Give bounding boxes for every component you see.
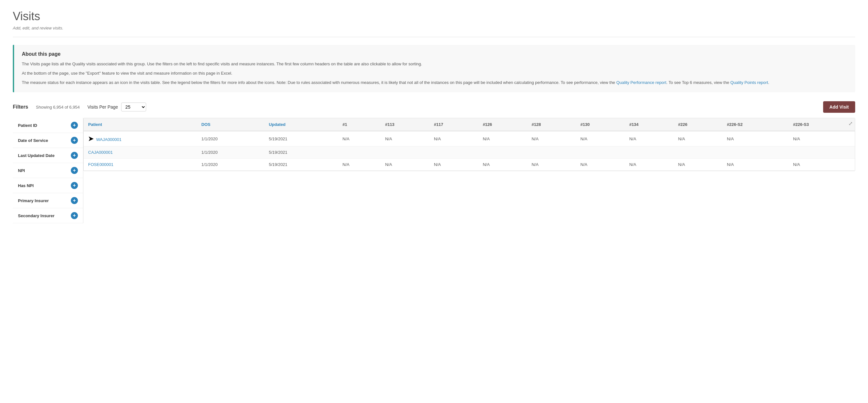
cell-m113: N/A: [380, 159, 429, 171]
table-wrapper: Patient DOS Updated #1 #113 #117 #126 #1…: [83, 118, 855, 171]
page-title: Visits: [13, 10, 855, 23]
cell-m117: [430, 146, 478, 159]
header-divider: [13, 37, 855, 37]
table-header-row: Patient DOS Updated #1 #113 #117 #126 #1…: [84, 118, 855, 131]
toolbar: Filters Showing 6,954 of 6,954 Visits Pe…: [13, 101, 855, 113]
row-arrow-indicator: ➤: [88, 135, 94, 142]
table-row: CAJA0000011/1/20205/19/2021: [84, 146, 855, 159]
cell-dos: 1/1/2020: [197, 131, 264, 146]
patient-link[interactable]: WAJA000001: [96, 137, 122, 142]
cell-m130: [576, 146, 625, 159]
filter-last-updated-date-label: Last Updated Date: [18, 153, 55, 158]
filter-primary-insurer[interactable]: Primary Insurer +: [13, 193, 83, 208]
cell-m226s2: N/A: [722, 159, 789, 171]
cell-m128: [527, 146, 576, 159]
cell-m226: [674, 146, 722, 159]
filters-panel: Patient ID + Date of Service + Last Upda…: [13, 118, 83, 223]
info-box-para-3: The measure status for each instance app…: [22, 79, 847, 86]
cell-m126: [478, 146, 527, 159]
cell-patient: ➤WAJA000001: [84, 131, 197, 146]
filter-patient-id-plus[interactable]: +: [71, 122, 78, 129]
filter-secondary-insurer-plus[interactable]: +: [71, 212, 78, 219]
cell-m113: [380, 146, 429, 159]
filter-primary-insurer-plus[interactable]: +: [71, 197, 78, 204]
table-body: ➤WAJA0000011/1/20205/19/2021N/AN/AN/AN/A…: [84, 131, 855, 171]
visits-table: Patient DOS Updated #1 #113 #117 #126 #1…: [84, 118, 855, 171]
filter-npi-plus[interactable]: +: [71, 167, 78, 174]
cell-m1: [338, 146, 381, 159]
cell-m1: N/A: [338, 131, 381, 146]
col-header-m128: #128: [527, 118, 576, 131]
filter-npi[interactable]: NPI +: [13, 163, 83, 178]
toolbar-left: Filters Showing 6,954 of 6,954 Visits Pe…: [13, 102, 146, 111]
col-header-m226s2: #226-S2: [722, 118, 789, 131]
quality-performance-link[interactable]: Quality Performance report: [616, 80, 666, 85]
cell-m134: N/A: [625, 159, 674, 171]
filter-date-of-service[interactable]: Date of Service +: [13, 133, 83, 148]
cell-m130: N/A: [576, 131, 625, 146]
cell-dos: 1/1/2020: [197, 159, 264, 171]
add-visit-button[interactable]: Add Visit: [823, 101, 855, 113]
cell-m117: N/A: [430, 159, 478, 171]
col-header-m1: #1: [338, 118, 381, 131]
quality-points-link[interactable]: Quality Points report: [730, 80, 768, 85]
cell-m226: N/A: [674, 131, 722, 146]
col-header-m130: #130: [576, 118, 625, 131]
info-box-heading: About this page: [22, 51, 847, 57]
patient-link[interactable]: CAJA000001: [88, 150, 113, 155]
filter-date-of-service-plus[interactable]: +: [71, 137, 78, 144]
filter-primary-insurer-label: Primary Insurer: [18, 198, 49, 203]
col-header-dos[interactable]: DOS: [197, 118, 264, 131]
col-header-updated[interactable]: Updated: [265, 118, 338, 131]
cell-patient: CAJA000001: [84, 146, 197, 159]
table-row: FOSE0000011/1/20205/19/2021N/AN/AN/AN/AN…: [84, 159, 855, 171]
cell-m226s2: N/A: [722, 131, 789, 146]
cell-m1: N/A: [338, 159, 381, 171]
per-page-select[interactable]: 10 25 50 100: [121, 102, 146, 111]
col-header-m117: #117: [430, 118, 478, 131]
filter-has-npi[interactable]: Has NPI +: [13, 178, 83, 193]
cell-m134: N/A: [625, 131, 674, 146]
cell-dos: 1/1/2020: [197, 146, 264, 159]
cell-m126: N/A: [478, 131, 527, 146]
cell-m226: N/A: [674, 159, 722, 171]
filter-last-updated-date[interactable]: Last Updated Date +: [13, 148, 83, 163]
cell-m226s3: [788, 146, 855, 159]
expand-icon[interactable]: ⤢: [848, 121, 852, 127]
cell-updated: 5/19/2021: [265, 159, 338, 171]
filter-has-npi-plus[interactable]: +: [71, 182, 78, 189]
cell-m226s3: N/A: [788, 159, 855, 171]
showing-count: Showing 6,954 of 6,954: [36, 105, 80, 109]
cell-m130: N/A: [576, 159, 625, 171]
table-section: ⤢ Patient DOS Updated #1 #113 #117 #126 …: [83, 118, 855, 223]
info-box-para-2: At the bottom of the page, use the "Expo…: [22, 70, 847, 77]
cell-updated: 5/19/2021: [265, 131, 338, 146]
filters-label: Filters: [13, 104, 28, 110]
cell-m128: N/A: [527, 131, 576, 146]
cell-m126: N/A: [478, 159, 527, 171]
page-subtitle: Add, edit, and review visits.: [13, 26, 855, 30]
col-header-patient[interactable]: Patient: [84, 118, 197, 131]
per-page-label: Visits Per Page: [88, 104, 118, 109]
page-container: Visits Add, edit, and review visits. Abo…: [0, 0, 868, 233]
cell-m226s3: N/A: [788, 131, 855, 146]
main-content: Patient ID + Date of Service + Last Upda…: [13, 118, 855, 223]
col-header-m126: #126: [478, 118, 527, 131]
col-header-m134: #134: [625, 118, 674, 131]
filter-secondary-insurer[interactable]: Secondary Insurer +: [13, 208, 83, 223]
cell-patient: FOSE000001: [84, 159, 197, 171]
col-header-m226: #226: [674, 118, 722, 131]
cell-m134: [625, 146, 674, 159]
per-page-group: Visits Per Page 10 25 50 100: [88, 102, 146, 111]
filter-patient-id[interactable]: Patient ID +: [13, 118, 83, 133]
filter-patient-id-label: Patient ID: [18, 123, 37, 128]
patient-link[interactable]: FOSE000001: [88, 162, 114, 167]
filter-npi-label: NPI: [18, 168, 25, 173]
filter-last-updated-date-plus[interactable]: +: [71, 152, 78, 159]
col-header-m226s3: #226-S3: [788, 118, 855, 131]
cell-updated: 5/19/2021: [265, 146, 338, 159]
cell-m117: N/A: [430, 131, 478, 146]
info-box: About this page The Visits page lists al…: [13, 45, 855, 92]
cell-m113: N/A: [380, 131, 429, 146]
cell-m128: N/A: [527, 159, 576, 171]
